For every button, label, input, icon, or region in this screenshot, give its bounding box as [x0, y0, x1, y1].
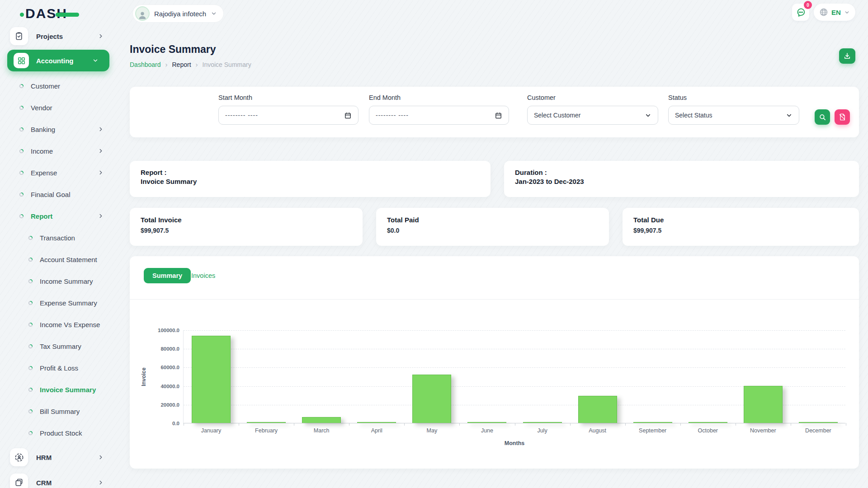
x-tick-mark	[846, 423, 846, 426]
download-button[interactable]	[839, 48, 855, 64]
duration-title: Duration :	[515, 168, 848, 177]
tab-summary[interactable]: Summary	[144, 268, 191, 283]
total-invoice-card: Total Invoice $99,907.5	[130, 208, 363, 246]
sidebar-item-profit-loss[interactable]: Profit & Loss	[0, 357, 117, 379]
sidebar-item-income-summary[interactable]: Income Summary	[0, 270, 117, 292]
status-select[interactable]: Select Status	[668, 106, 799, 125]
calendar-icon	[495, 112, 502, 119]
bullet-icon	[28, 344, 33, 349]
x-axis-label-january: January	[184, 427, 239, 434]
start-month-input[interactable]: -------- ----	[218, 106, 359, 125]
sidebar-item-label: HRM	[36, 454, 52, 461]
notification-badge: 0	[804, 1, 812, 9]
sidebar-item-label: Vendor	[31, 104, 52, 112]
notifications-button[interactable]: 0	[792, 4, 809, 21]
duration-info-card: Duration : Jan-2023 to Dec-2023	[504, 161, 859, 197]
bullet-icon	[19, 192, 24, 197]
chevron-right-icon	[98, 148, 104, 154]
sidebar-item-label: Income Summary	[40, 277, 93, 285]
clipboard-check-icon	[10, 27, 28, 45]
bar-february	[247, 422, 286, 423]
sidebar-item-vendor[interactable]: Vendor	[0, 97, 117, 118]
chevron-right-icon	[98, 454, 104, 460]
x-axis-label-february: February	[239, 427, 294, 434]
gridline	[184, 349, 845, 349]
x-tick-mark	[404, 423, 405, 426]
total-invoice-value: $99,907.5	[141, 227, 352, 234]
y-tick-label: 40000.0	[160, 384, 179, 389]
chevron-down-icon	[211, 10, 217, 17]
sidebar-item-expense-summary[interactable]: Expense Summary	[0, 292, 117, 314]
company-name: Rajodiya infotech	[154, 10, 206, 18]
sidebar-item-transaction[interactable]: Transaction	[0, 227, 117, 249]
squares-icon	[10, 474, 28, 488]
x-tick-mark	[791, 423, 791, 426]
app-logo[interactable]: DASH	[25, 5, 67, 22]
bullet-icon	[28, 431, 33, 436]
x-axis-title: Months	[184, 440, 845, 446]
sidebar: DASH Projects Accounting CustomerVendorB…	[0, 0, 117, 488]
x-axis-label-june: June	[459, 427, 514, 434]
sidebar-item-banking[interactable]: Banking	[0, 118, 117, 140]
bar-january	[192, 336, 231, 423]
sidebar-item-label: Income	[31, 147, 53, 155]
language-selector[interactable]: EN	[814, 4, 855, 21]
chevron-right-icon	[98, 213, 104, 219]
x-tick-mark	[736, 423, 736, 426]
sidebar-item-product-stock[interactable]: Product Stock	[0, 422, 117, 444]
chevron-down-icon	[844, 9, 850, 15]
sidebar-item-expense[interactable]: Expense	[0, 162, 117, 183]
total-paid-value: $0.0	[387, 227, 598, 234]
sidebar-item-hrm[interactable]: HRM	[0, 446, 117, 469]
tab-invoices[interactable]: Invoices	[191, 272, 215, 279]
download-icon	[843, 52, 851, 60]
bullet-icon	[19, 149, 24, 154]
sidebar-item-account-statement[interactable]: Account Statement	[0, 249, 117, 270]
y-tick-label: 20000.0	[160, 402, 179, 408]
bullet-icon	[28, 300, 33, 305]
breadcrumb-dashboard[interactable]: Dashboard	[130, 61, 161, 68]
sidebar-item-finacial-goal[interactable]: Finacial Goal	[0, 183, 117, 205]
sidebar-item-tax-summary[interactable]: Tax Summary	[0, 335, 117, 357]
grid-icon	[14, 53, 29, 68]
company-switcher[interactable]: Rajodiya infotech	[132, 5, 224, 23]
gridline	[184, 367, 845, 368]
sidebar-item-accounting[interactable]: Accounting	[7, 50, 109, 71]
x-axis-label-may: May	[404, 427, 459, 434]
sidebar-item-label: Bill Summary	[40, 408, 80, 415]
calendar-icon	[344, 112, 352, 119]
bar-november	[744, 386, 783, 423]
sidebar-item-label: Finacial Goal	[31, 191, 71, 198]
total-due-value: $99,907.5	[633, 227, 848, 234]
sidebar-item-customer[interactable]: Customer	[0, 75, 117, 97]
sidebar-item-report[interactable]: Report	[0, 205, 117, 227]
sidebar-item-invoice-summary[interactable]: Invoice Summary	[0, 379, 117, 400]
x-axis-label-april: April	[349, 427, 404, 434]
sidebar-item-income-vs-expense[interactable]: Income Vs Expense	[0, 314, 117, 335]
x-tick-mark	[294, 423, 294, 426]
sidebar-item-crm[interactable]: CRM	[0, 471, 117, 488]
file-slash-icon	[839, 113, 846, 121]
end-month-input[interactable]: -------- ----	[369, 106, 509, 125]
customer-select[interactable]: Select Customer	[527, 106, 658, 125]
chevron-down-icon	[92, 57, 99, 64]
x-axis-label-march: March	[294, 427, 349, 434]
total-due-card: Total Due $99,907.5	[623, 208, 859, 246]
summary-chart-card: Summary Invoices Invoice Months 0.020000…	[130, 256, 859, 469]
sidebar-item-bill-summary[interactable]: Bill Summary	[0, 400, 117, 422]
sidebar-item-label: Banking	[31, 126, 55, 133]
search-button[interactable]	[815, 109, 830, 125]
y-tick-label: 100000.0	[158, 328, 179, 333]
x-axis-label-october: October	[680, 427, 736, 434]
reset-filter-button[interactable]	[835, 109, 850, 125]
breadcrumb-report[interactable]: Report	[172, 61, 191, 68]
sidebar-item-label: CRM	[36, 479, 52, 487]
sidebar-item-label: Account Statement	[40, 256, 97, 263]
sidebar-item-label: Expense Summary	[40, 299, 97, 307]
sidebar-item-income[interactable]: Income	[0, 140, 117, 162]
language-code: EN	[831, 9, 841, 16]
report-info-card: Report : Invoice Summary	[130, 161, 491, 197]
chevron-right-icon	[98, 126, 104, 132]
globe-icon	[819, 8, 828, 17]
sidebar-item-projects[interactable]: Projects	[0, 26, 117, 46]
